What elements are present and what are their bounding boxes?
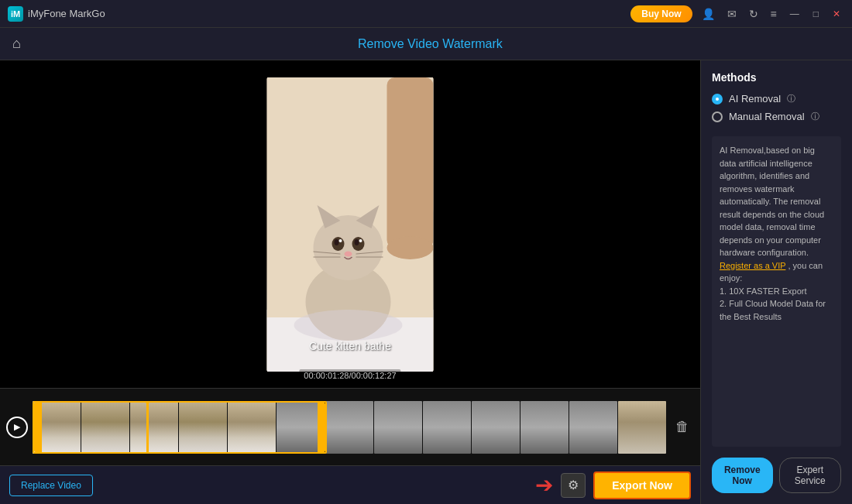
menu-icon[interactable]: ≡	[768, 6, 780, 22]
thumbnail-7[interactable]	[325, 401, 373, 454]
methods-title: Methods	[712, 71, 841, 84]
video-area: Cute kitten bathe 00:00:01:28/00:00:12:2…	[0, 60, 700, 504]
ai-removal-help-icon[interactable]: ⓘ	[787, 93, 795, 105]
cat-image	[267, 77, 434, 372]
cat-svg	[267, 77, 434, 372]
close-button[interactable]: ✕	[829, 7, 844, 21]
thumbnail-5[interactable]	[228, 401, 276, 454]
thumbnail-6[interactable]	[277, 401, 325, 454]
ai-removal-label: AI Removal	[729, 93, 781, 105]
right-panel: Methods AI Removal ⓘ Manual Removal ⓘ AI…	[700, 60, 852, 504]
manual-removal-option[interactable]: Manual Removal ⓘ	[712, 111, 841, 122]
app-logo: iM iMyFone MarkGo	[8, 6, 630, 22]
settings-icon: ⚙	[568, 478, 579, 492]
svg-rect-2	[387, 77, 434, 248]
bottom-bar: Replace Video ➔ ⚙ Export Now	[0, 465, 700, 504]
svg-point-3	[387, 236, 434, 259]
title-bar: iM iMyFone MarkGo Buy Now 👤 ✉ ↻ ≡ — □ ✕	[0, 0, 852, 28]
manual-removal-radio[interactable]	[712, 111, 723, 122]
remove-now-button[interactable]: Remove Now	[712, 458, 773, 493]
thumbnail-2[interactable]	[81, 401, 129, 454]
thumbnail-10[interactable]	[472, 401, 520, 454]
arrow-icon: ➔	[535, 472, 553, 498]
delete-button[interactable]: 🗑	[671, 416, 694, 439]
user-icon[interactable]: 👤	[699, 6, 718, 22]
export-now-button[interactable]: Export Now	[593, 471, 691, 499]
svg-point-11	[355, 239, 359, 245]
svg-point-5	[314, 215, 383, 280]
video-frame: Cute kitten bathe	[267, 77, 434, 372]
svg-point-13	[359, 239, 362, 242]
timeline-area: ▶	[0, 388, 700, 465]
thumbnail-13[interactable]	[618, 401, 666, 454]
nav-bar: ⌂ Remove Video Watermark	[0, 28, 852, 60]
expert-service-button[interactable]: Expert Service	[779, 458, 842, 493]
app-name: iMyFone MarkGo	[28, 8, 105, 19]
info-box: AI Removal,based on big data artificial …	[712, 136, 841, 447]
svg-point-19	[294, 310, 403, 341]
settings-button[interactable]: ⚙	[561, 473, 586, 498]
video-timestamp: 00:00:01:28/00:00:12:27	[299, 369, 400, 382]
watermark-text: Cute kitten bathe	[309, 340, 391, 352]
thumbnail-strip	[33, 401, 666, 454]
play-button[interactable]: ▶	[6, 417, 28, 438]
mail-icon[interactable]: ✉	[724, 6, 740, 22]
ai-removal-radio[interactable]	[712, 94, 723, 105]
svg-point-10	[335, 239, 339, 245]
svg-point-12	[339, 239, 342, 242]
play-icon: ▶	[14, 422, 20, 432]
thumbnail-9[interactable]	[423, 401, 471, 454]
svg-point-14	[345, 251, 352, 256]
maximize-button[interactable]: □	[809, 7, 823, 21]
minimize-button[interactable]: —	[786, 7, 803, 21]
thumbnail-3[interactable]	[130, 401, 178, 454]
refresh-icon[interactable]: ↻	[746, 6, 761, 22]
thumbnail-4[interactable]	[179, 401, 227, 454]
video-preview: Cute kitten bathe 00:00:01:28/00:00:12:2…	[0, 60, 700, 388]
page-title: Remove Video Watermark	[21, 37, 840, 51]
action-buttons: Remove Now Expert Service	[712, 458, 841, 493]
main-content: Cute kitten bathe 00:00:01:28/00:00:12:2…	[0, 60, 852, 504]
home-icon[interactable]: ⌂	[12, 36, 21, 52]
buy-now-button[interactable]: Buy Now	[630, 5, 692, 22]
thumbnail-11[interactable]	[520, 401, 569, 454]
register-vip-link[interactable]: Register as a VIP	[720, 261, 785, 270]
ai-removal-option[interactable]: AI Removal ⓘ	[712, 93, 841, 105]
thumbnail-1[interactable]	[33, 401, 81, 454]
manual-removal-help-icon[interactable]: ⓘ	[811, 111, 819, 122]
thumbnail-8[interactable]	[374, 401, 422, 454]
manual-removal-label: Manual Removal	[729, 111, 805, 122]
replace-video-button[interactable]: Replace Video	[9, 475, 93, 496]
app-logo-icon: iM	[8, 6, 23, 22]
thumbnail-12[interactable]	[569, 401, 617, 454]
title-bar-controls: Buy Now 👤 ✉ ↻ ≡ — □ ✕	[630, 5, 844, 22]
info-text: AI Removal,based on big data artificial …	[720, 146, 824, 257]
trash-icon: 🗑	[675, 419, 689, 435]
